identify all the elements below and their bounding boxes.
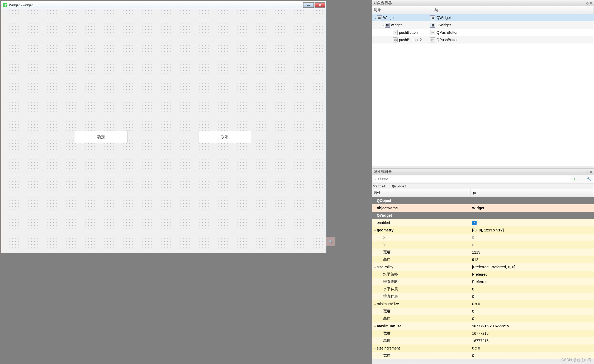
property-filter-bar: ＋ − 🔧 [372, 175, 594, 183]
property-value[interactable]: Preferred [472, 272, 487, 276]
property-editor-header[interactable]: 属性编辑器 ◇✕ [372, 169, 594, 175]
object-col-header[interactable]: 对象 [372, 6, 432, 14]
property-value[interactable]: Preferred [472, 280, 487, 284]
form-canvas[interactable]: 确定 取消 [1, 9, 326, 253]
configure-icon[interactable]: 🔧 [586, 176, 592, 182]
class-col-header[interactable]: 类 [432, 6, 594, 14]
object-name: pushButton [399, 30, 418, 35]
design-titlebar[interactable]: Qt Widget - widget.ui — ✕ [1, 1, 326, 9]
property-value[interactable]: 0 [472, 353, 474, 358]
property-value[interactable]: 0 [472, 309, 474, 313]
button-icon: OK [393, 30, 398, 35]
object-tree[interactable]: ⌄▦Widget▦QWidget⌄▦widget▦QWidgetOKpushBu… [372, 14, 594, 166]
expand-icon[interactable]: ⌄ [381, 24, 385, 27]
expand-icon[interactable]: ⌄ [373, 16, 377, 19]
tree-row[interactable]: OKpushButton_2OKQPushButton [372, 36, 594, 43]
property-row[interactable]: ⌄minimumSize0 x 0 [372, 300, 594, 308]
widget-icon: ▦ [430, 23, 435, 28]
tree-row[interactable]: ⌄▦Widget▦QWidget [372, 14, 594, 21]
property-editor-title: 属性编辑器 [373, 169, 392, 174]
property-row[interactable]: X0 [372, 234, 594, 241]
ok-button[interactable]: 确定 [75, 131, 127, 143]
tree-row[interactable]: ⌄▦widget▦QWidget [372, 21, 594, 29]
property-group-header[interactable]: ⌄QObject [372, 197, 594, 204]
property-row[interactable]: 宽度16777215 [372, 330, 594, 337]
property-value[interactable]: 1213 [472, 250, 480, 254]
property-value[interactable]: 0 [472, 243, 474, 247]
dock-close-icon[interactable]: ✕ [590, 170, 592, 174]
close-button[interactable]: ✕ [315, 2, 325, 8]
property-row[interactable]: 高度912 [372, 256, 594, 263]
add-property-icon[interactable]: ＋ [571, 176, 578, 182]
property-value[interactable]: 16777215 [472, 331, 488, 336]
property-value[interactable]: 0 x 0 [472, 302, 480, 306]
object-name: Widget [383, 16, 395, 20]
property-value[interactable]: 0 [472, 287, 474, 291]
object-inspector-header[interactable]: 对象查看器 ◇✕ [372, 0, 594, 6]
property-name: minimumSize [377, 302, 399, 306]
widget-icon: ▦ [377, 15, 382, 20]
property-name: 垂直伸展 [383, 294, 398, 299]
tree-row[interactable]: OKpushButtonOKQPushButton [372, 29, 594, 36]
object-inspector-title: 对象查看器 [373, 1, 392, 6]
property-name: objectName [377, 206, 398, 210]
checkbox-checked-icon[interactable]: ✓ [472, 221, 477, 225]
property-value[interactable]: 0 [472, 317, 474, 321]
class-name: QWidget [436, 16, 451, 20]
property-row[interactable]: 水平伸展0 [372, 285, 594, 293]
collapse-icon[interactable]: ⌄ [373, 214, 377, 217]
property-filter-input[interactable] [373, 176, 570, 182]
expand-icon[interactable]: ⌄ [373, 347, 377, 350]
property-value[interactable]: [Preferred, Preferred, 0, 0] [472, 265, 515, 269]
property-value[interactable]: Widget [472, 206, 484, 210]
prop-name-col-header[interactable]: 属性 [372, 189, 471, 197]
property-row[interactable]: 水平策略Preferred [372, 271, 594, 278]
window-title: Widget - widget.ui [9, 3, 36, 7]
property-row[interactable]: ⌄maximumSize16777215 x 16777215 [372, 322, 594, 330]
property-row[interactable]: 垂直策略Preferred [372, 278, 594, 285]
property-value[interactable]: 912 [472, 258, 478, 262]
property-value[interactable]: 0 x 0 [472, 346, 480, 350]
dock-float-icon[interactable]: ◇ [586, 2, 588, 5]
property-row[interactable]: ⌄geometry[(0, 0), 1213 x 912] [372, 226, 594, 234]
widget-icon: ▦ [385, 23, 390, 28]
button-icon: OK [430, 30, 435, 35]
property-value[interactable]: 0 [472, 235, 474, 240]
prop-value-col-header[interactable]: 值 [471, 189, 594, 197]
property-group-header[interactable]: ⌄QWidget [372, 212, 594, 219]
property-list[interactable]: ⌄QObjectobjectNameWidget⌄QWidgetenabled✓… [372, 197, 594, 364]
property-row[interactable]: ⌄sizePolicy[Preferred, Preferred, 0, 0] [372, 263, 594, 271]
property-name: maximumSize [377, 324, 401, 328]
property-value[interactable]: 16777215 [472, 339, 488, 343]
dock-float-icon[interactable]: ◇ [586, 170, 588, 174]
expand-icon[interactable]: ⌄ [373, 325, 377, 328]
property-row[interactable]: ⌄sizeIncrement0 x 0 [372, 344, 594, 352]
property-value[interactable]: 0 [472, 294, 474, 299]
dock-close-icon[interactable]: ✕ [590, 2, 592, 5]
expand-icon[interactable]: ⌄ [373, 229, 377, 232]
property-name: 宽度 [383, 353, 391, 358]
cancel-button[interactable]: 取消 [198, 131, 251, 143]
property-name: 水平策略 [383, 272, 398, 277]
expand-icon[interactable]: ⌄ [373, 266, 377, 269]
magnifier-icon[interactable]: 🔍 [326, 237, 335, 246]
remove-property-icon[interactable]: − [579, 176, 585, 182]
property-name: sizeIncrement [377, 346, 400, 350]
property-row[interactable]: enabled✓ [372, 219, 594, 226]
design-window[interactable]: Qt Widget - widget.ui — ✕ 确定 取消 [1, 1, 326, 254]
property-row[interactable]: 宽度0 [372, 308, 594, 315]
property-row[interactable]: 宽度0 [372, 352, 594, 359]
expand-icon[interactable]: ⌄ [373, 303, 377, 305]
property-row[interactable]: Y0 [372, 241, 594, 249]
property-value[interactable]: [(0, 0), 1213 x 912] [472, 228, 504, 232]
property-row[interactable]: 垂直伸展0 [372, 293, 594, 300]
minimize-button[interactable]: — [303, 2, 314, 8]
collapse-icon[interactable]: ⌄ [373, 199, 377, 202]
property-row[interactable]: objectNameWidget [372, 204, 594, 212]
property-row[interactable]: 宽度1213 [372, 249, 594, 256]
property-name: 垂直策略 [383, 279, 398, 284]
property-row[interactable]: 高度16777215 [372, 337, 594, 344]
property-name: sizePolicy [377, 265, 393, 269]
property-row[interactable]: 高度0 [372, 315, 594, 322]
property-value[interactable]: 16777215 x 16777215 [472, 324, 509, 328]
